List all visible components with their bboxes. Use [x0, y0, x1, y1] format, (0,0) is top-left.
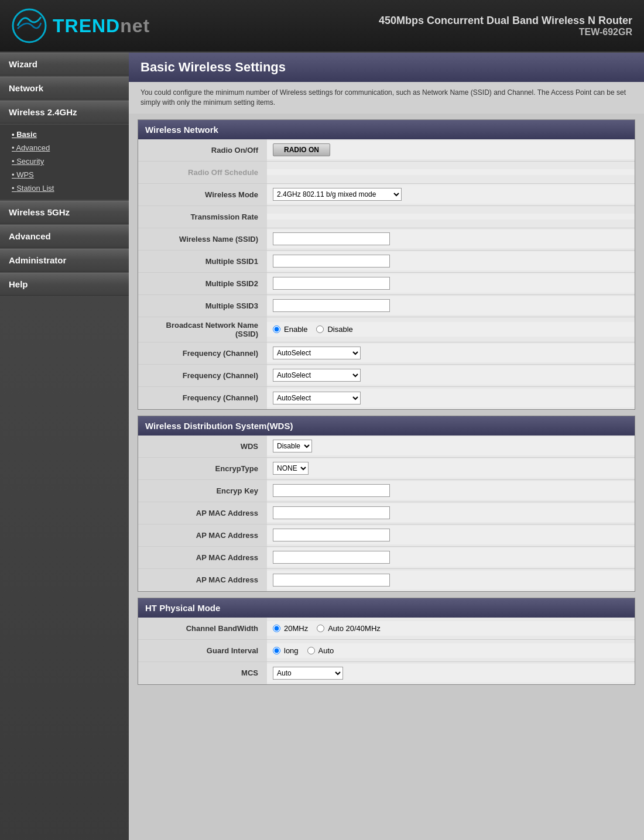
- ht-physical-section: HT Physical Mode Channel BandWidth 20MHz: [138, 598, 635, 685]
- encryp-key-value: [267, 481, 635, 500]
- wireless-mode-label: Wireless Mode: [138, 184, 267, 205]
- ap-mac1-value: [267, 503, 635, 522]
- frequency3-select[interactable]: AutoSelect 123611: [273, 392, 361, 404]
- mcs-select[interactable]: Auto 0123 4567: [273, 667, 343, 680]
- ap-mac3-value: [267, 548, 635, 567]
- main-container: Wizard Network Wireless 2.4GHz Basic Adv…: [0, 53, 644, 840]
- ap-mac2-row: AP MAC Address: [138, 524, 635, 547]
- sidebar-item-advanced[interactable]: Advanced: [0, 225, 129, 248]
- brand-name: TRENDnet: [53, 15, 150, 37]
- wds-header: Wireless Distribution System(WDS): [138, 416, 635, 436]
- ap-mac2-label: AP MAC Address: [138, 524, 267, 546]
- sidebar-item-wizard[interactable]: Wizard: [0, 53, 129, 76]
- encryptype-select[interactable]: NONE WEP TKIP AES: [273, 462, 309, 475]
- frequency1-select[interactable]: AutoSelect 123611: [273, 347, 361, 359]
- broadcast-disable-radio[interactable]: [316, 325, 324, 333]
- broadcast-disable-text: Disable: [327, 325, 352, 334]
- ssid1-row: Multiple SSID1: [138, 251, 635, 273]
- channel-bandwidth-label: Channel BandWidth: [138, 618, 267, 639]
- ssid3-input[interactable]: [273, 299, 390, 312]
- guard-interval-row: Guard Interval long Auto: [138, 640, 635, 662]
- frequency2-select[interactable]: AutoSelect 123611: [273, 369, 361, 382]
- guard-auto-label[interactable]: Auto: [307, 646, 334, 655]
- ap-mac1-row: AP MAC Address: [138, 502, 635, 524]
- wireless-network-section: Wireless Network Radio On/Off RADIO ON R…: [138, 119, 635, 410]
- ap-mac2-value: [267, 526, 635, 544]
- sidebar-submenu-advanced[interactable]: Advanced: [9, 141, 129, 155]
- wireless-mode-select[interactable]: 2.4GHz 802.11 b/g mixed mode 2.4GHz 802.…: [273, 188, 402, 201]
- ap-mac3-label: AP MAC Address: [138, 547, 267, 568]
- guard-auto-text: Auto: [318, 646, 334, 655]
- bw-auto-label[interactable]: Auto 20/40MHz: [317, 624, 381, 633]
- ssid2-row: Multiple SSID2: [138, 273, 635, 295]
- transmission-rate-label: Transmission Rate: [138, 206, 267, 228]
- ssid-label: Wireless Name (SSID): [138, 228, 267, 250]
- wds-select[interactable]: Disable Enable: [273, 440, 312, 452]
- sidebar: Wizard Network Wireless 2.4GHz Basic Adv…: [0, 53, 129, 840]
- guard-auto-radio[interactable]: [307, 647, 315, 654]
- bw-auto-radio[interactable]: [317, 625, 324, 632]
- radio-off-schedule-row: Radio Off Schedule: [138, 162, 635, 184]
- wireless-mode-value: 2.4GHz 802.11 b/g mixed mode 2.4GHz 802.…: [267, 185, 635, 204]
- sidebar-submenu-basic[interactable]: Basic: [9, 128, 129, 141]
- mcs-label: MCS: [138, 662, 267, 684]
- broadcast-enable-text: Enable: [284, 325, 307, 334]
- ap-mac2-input[interactable]: [273, 529, 390, 541]
- ssid1-input[interactable]: [273, 255, 390, 268]
- ap-mac1-input[interactable]: [273, 506, 390, 519]
- frequency1-row: Frequency (Channel) AutoSelect 123611: [138, 342, 635, 365]
- ssid-row: Wireless Name (SSID): [138, 228, 635, 251]
- page-title: Basic Wireless Settings: [141, 60, 632, 75]
- page-title-bar: Basic Wireless Settings: [129, 53, 644, 82]
- broadcast-ssid-value: Enable Disable: [267, 322, 635, 337]
- sidebar-item-help[interactable]: Help: [0, 273, 129, 296]
- bw-20mhz-label[interactable]: 20MHz: [273, 624, 308, 633]
- logo-area: TRENDnet: [12, 8, 150, 43]
- broadcast-enable-radio[interactable]: [273, 325, 280, 333]
- product-info: 450Mbps Concurrent Dual Band Wireless N …: [379, 15, 632, 37]
- sidebar-submenu-security[interactable]: Security: [9, 155, 129, 168]
- frequency2-label: Frequency (Channel): [138, 365, 267, 386]
- page-description: You could configure the minimum number o…: [129, 82, 644, 114]
- sidebar-submenu-station-list[interactable]: Station List: [9, 181, 129, 195]
- ssid-input[interactable]: [273, 232, 390, 245]
- sidebar-item-wireless24[interactable]: Wireless 2.4GHz: [0, 101, 129, 124]
- guard-interval-value: long Auto: [267, 643, 635, 658]
- ap-mac4-input[interactable]: [273, 574, 390, 587]
- wds-label: WDS: [138, 436, 267, 457]
- broadcast-ssid-radio-group: Enable Disable: [273, 325, 629, 334]
- bw-20mhz-radio[interactable]: [273, 625, 280, 632]
- wds-body: WDS Disable Enable EncrypType NONE: [138, 436, 635, 591]
- sidebar-submenu-wps[interactable]: WPS: [9, 168, 129, 181]
- ssid1-value: [267, 252, 635, 270]
- guard-long-radio[interactable]: [273, 647, 280, 654]
- encryptype-value: NONE WEP TKIP AES: [267, 459, 635, 478]
- sidebar-item-administrator[interactable]: Administrator: [0, 249, 129, 272]
- radio-onoff-row: Radio On/Off RADIO ON: [138, 139, 635, 162]
- broadcast-disable-label[interactable]: Disable: [316, 325, 352, 334]
- bw-20mhz-text: 20MHz: [284, 624, 308, 633]
- ssid2-input[interactable]: [273, 277, 390, 290]
- frequency3-value: AutoSelect 123611: [267, 389, 635, 407]
- radio-onoff-label: Radio On/Off: [138, 139, 267, 161]
- frequency3-label: Frequency (Channel): [138, 387, 267, 409]
- guard-long-label[interactable]: long: [273, 646, 299, 655]
- ap-mac3-row: AP MAC Address: [138, 547, 635, 569]
- product-name: 450Mbps Concurrent Dual Band Wireless N …: [379, 15, 632, 27]
- channel-bandwidth-value: 20MHz Auto 20/40MHz: [267, 621, 635, 636]
- guard-interval-radio-group: long Auto: [273, 646, 629, 655]
- frequency1-label: Frequency (Channel): [138, 342, 267, 364]
- wds-value: Disable Enable: [267, 437, 635, 455]
- wireless-mode-row: Wireless Mode 2.4GHz 802.11 b/g mixed mo…: [138, 184, 635, 206]
- encryptype-label: EncrypType: [138, 458, 267, 479]
- radio-on-button[interactable]: RADIO ON: [273, 143, 330, 156]
- encryp-key-input[interactable]: [273, 484, 390, 497]
- sidebar-item-network[interactable]: Network: [0, 77, 129, 100]
- ap-mac3-input[interactable]: [273, 551, 390, 564]
- sidebar-item-wireless5[interactable]: Wireless 5GHz: [0, 201, 129, 224]
- mcs-row: MCS Auto 0123 4567: [138, 662, 635, 684]
- broadcast-enable-label[interactable]: Enable: [273, 325, 307, 334]
- ssid3-row: Multiple SSID3: [138, 295, 635, 317]
- ssid2-value: [267, 274, 635, 293]
- ap-mac4-value: [267, 571, 635, 589]
